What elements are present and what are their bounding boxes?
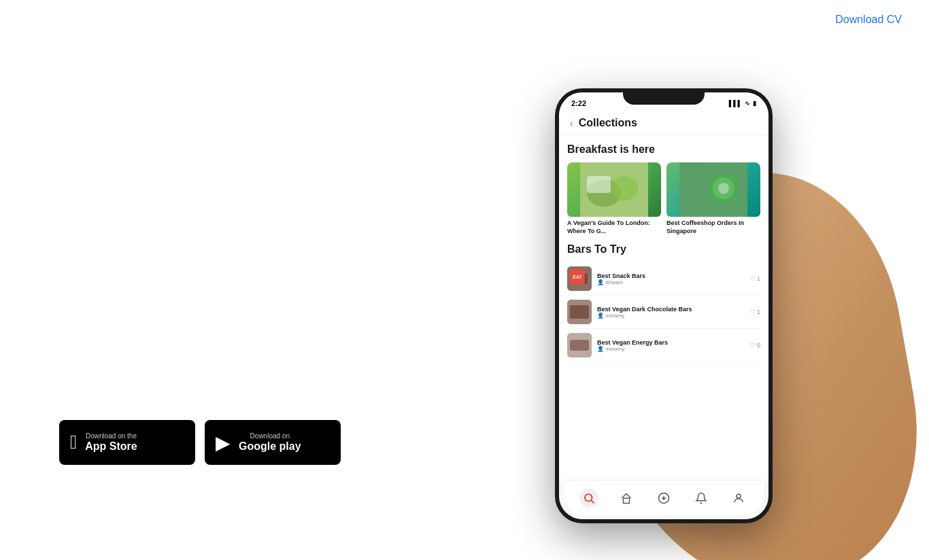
nav-title: Collections [579,117,637,129]
list-img-container-1: EAT [567,266,592,291]
list-likes-1: ♡ 1 [750,275,760,282]
apple-icon:  [70,432,77,453]
status-time: 2:22 [571,99,586,107]
phone-frame: 2:22 ▌▌▌ ∿ ▮ ‹ Collections Breakfast is … [555,88,773,523]
list-img-container-2 [567,300,592,324]
list-image-3 [567,333,592,357]
svg-point-14 [585,494,592,502]
list-image-2 [567,300,592,324]
card-vegan-london[interactable]: A Vegan's Guide To London: Where To G... [567,162,661,235]
list-info-1: Best Snack Bars 👤 dhwani [597,273,745,285]
svg-point-20 [737,494,741,498]
svg-line-15 [591,500,594,503]
eat-me-badge: EAT [570,269,585,284]
author-icon-1: 👤 [597,279,605,285]
list-author-1: 👤 dhwani [597,279,745,285]
list-img-container-3 [567,333,592,357]
card-1-title: A Vegan's Guide To London: Where To G... [567,220,661,235]
svg-rect-11 [570,305,589,319]
card-2-title: Best Coffeeshop Orders In Singapore [666,220,760,235]
download-cv-link[interactable]: Download CV [835,14,902,26]
list-info-3: Best Vegan Energy Bars 👤 miriamy [597,339,745,352]
tab-home[interactable] [617,489,636,508]
back-arrow-icon[interactable]: ‹ [570,118,573,128]
list-item-dark-choc[interactable]: Best Vegan Dark Chocolate Bars 👤 miriamy… [567,296,760,329]
phone-mockup: 2:22 ▌▌▌ ∿ ▮ ‹ Collections Breakfast is … [555,88,827,550]
nav-bar: ‹ Collections [559,111,768,135]
svg-point-7 [718,183,729,194]
google-play-main-label: Google play [239,440,301,453]
google-play-button[interactable]: ▶ Download on Google play [205,420,341,465]
list-likes-3: ♡ 0 [750,342,760,349]
app-store-main-label: App Store [85,440,137,453]
google-play-icon: ▶ [216,432,231,454]
svg-rect-3 [587,176,611,193]
tab-profile[interactable] [729,489,748,508]
tab-bell[interactable] [692,489,711,508]
store-buttons:  Download on the App Store ▶ Download o… [59,420,341,465]
app-store-text: Download on the App Store [85,432,137,453]
phone-notch [623,88,705,105]
bars-section-title: Bars To Try [567,243,760,256]
header: Download CV [0,0,929,39]
heart-icon-3: ♡ [750,342,756,349]
list-author-3: 👤 miriamy [597,346,745,352]
list-item-snack-bars[interactable]: EAT Best Snack Bars 👤 dhwani ♡ 1 [567,262,760,296]
card-coffeeshop-sg[interactable]: Best Coffeeshop Orders In Singapore [666,162,760,235]
battery-icon: ▮ [753,100,756,107]
list-author-2: 👤 miriamy [597,313,745,319]
app-store-sub-label: Download on the [85,432,137,440]
heart-icon-1: ♡ [750,275,756,282]
app-store-button[interactable]:  Download on the App Store [59,420,195,465]
list-likes-2: ♡ 1 [750,309,760,315]
breakfast-grid: A Vegan's Guide To London: Where To G...… [567,162,760,235]
card-image-1 [567,162,661,217]
phone-screen: 2:22 ▌▌▌ ∿ ▮ ‹ Collections Breakfast is … [559,92,768,519]
svg-rect-13 [570,340,589,351]
list-info-2: Best Vegan Dark Chocolate Bars 👤 miriamy [597,306,745,319]
google-play-sub-label: Download on [239,432,301,440]
app-content: Breakfast is here A Vegan's [559,135,768,480]
tab-add[interactable] [654,489,673,508]
status-icons: ▌▌▌ ∿ ▮ [729,100,756,107]
list-title-2: Best Vegan Dark Chocolate Bars [597,306,745,313]
author-icon-2: 👤 [597,313,605,319]
google-play-text: Download on Google play [239,432,301,453]
list-title-1: Best Snack Bars [597,273,745,279]
heart-icon-2: ♡ [750,309,756,315]
author-icon-3: 👤 [597,346,605,352]
svg-rect-16 [623,498,629,504]
wifi-icon: ∿ [745,100,750,107]
list-item-energy-bars[interactable]: Best Vegan Energy Bars 👤 miriamy ♡ 0 [567,329,760,362]
svg-point-2 [611,176,638,200]
list-title-3: Best Vegan Energy Bars [597,339,745,346]
tab-search[interactable] [579,489,598,508]
signal-icon: ▌▌▌ [729,100,742,107]
tab-bar [563,480,764,515]
card-image-2 [666,162,760,217]
breakfast-section-title: Breakfast is here [567,143,760,156]
